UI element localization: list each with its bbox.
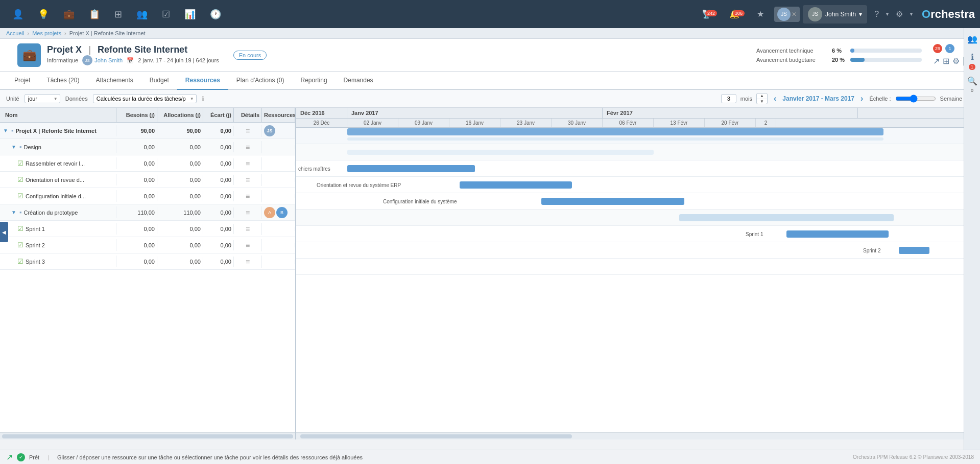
row-3-details[interactable]: ≡	[234, 174, 262, 186]
months-down[interactable]: ▼	[757, 99, 767, 104]
info-icon[interactable]: ℹ	[202, 95, 204, 103]
bell-notification[interactable]: 🔔 306	[722, 9, 747, 19]
row-3-besoins: 0,00	[116, 175, 157, 185]
star-icon[interactable]: ★	[750, 9, 771, 19]
nav-check-icon[interactable]: ☑	[155, 9, 177, 20]
row-5-details[interactable]: ≡	[234, 206, 262, 219]
project-manager-link[interactable]: John Smith	[94, 57, 123, 63]
row-1-menu-icon[interactable]: ≡	[246, 143, 250, 151]
range-prev-button[interactable]: ‹	[772, 94, 778, 103]
gantt-bar-0-sub[interactable]	[347, 137, 883, 141]
gantt-bar-5[interactable]	[679, 214, 894, 221]
unite-select[interactable]: jour semaine mois	[25, 94, 60, 103]
share-icon[interactable]: ↗	[933, 56, 940, 66]
row-5-menu-icon[interactable]: ≡	[246, 208, 250, 217]
gantt-week-02jan: 02 Janv	[347, 119, 398, 127]
gantt-bar-6[interactable]	[786, 230, 889, 238]
gantt-week-09jan: 09 Janv	[398, 119, 449, 127]
nav-chart-icon[interactable]: 📊	[177, 9, 203, 20]
gantt-month-dec: Déc 2016	[296, 108, 347, 118]
row-5-expand[interactable]: ▼	[11, 210, 16, 215]
row-4-menu-icon[interactable]: ≡	[246, 192, 250, 200]
table-row: ☑ Orientation et revue d... 0,00 0,00 0,…	[0, 172, 295, 188]
username-label: John Smith	[825, 11, 856, 18]
nav-briefcase-icon[interactable]: 💼	[56, 9, 82, 20]
nav-clock-icon[interactable]: 🕐	[203, 9, 228, 20]
months-up[interactable]: ▲	[757, 94, 767, 99]
row-8-name: ☑ Sprint 3	[0, 256, 116, 267]
unite-select-wrap[interactable]: jour semaine mois	[25, 94, 60, 103]
nav-clipboard-icon[interactable]: 📋	[82, 9, 107, 20]
gantt-bar-3[interactable]	[460, 181, 572, 189]
gantt-months-row: Déc 2016 Janv 2017 Févr 2017	[296, 108, 980, 119]
row-7-ecart: 0,00	[203, 240, 234, 250]
tab-taches[interactable]: Tâches (20)	[38, 72, 87, 90]
help-button[interactable]: ?	[870, 8, 883, 21]
nav-idea-icon[interactable]: 💡	[31, 9, 56, 20]
gantt-bar-2[interactable]	[347, 165, 475, 172]
tab-ressources[interactable]: Ressources	[177, 72, 228, 90]
status-badge[interactable]: En cours	[233, 51, 267, 60]
row-0-expand[interactable]: ▼	[3, 128, 8, 133]
row-2-besoins: 0,00	[116, 158, 157, 169]
nav-hierarchy-icon[interactable]: ⊞	[107, 9, 129, 20]
nav-people-icon[interactable]: 👥	[129, 9, 155, 20]
tab-demandes[interactable]: Demandes	[336, 72, 381, 90]
alert-badge[interactable]: 29	[933, 44, 942, 53]
row-2-ecart: 0,00	[203, 158, 234, 169]
row-7-menu-icon[interactable]: ≡	[246, 241, 250, 249]
table-row: ▼ ▪ Design 0,00 0,00 0,00 ≡	[0, 139, 295, 155]
right-hscrollbar[interactable]	[300, 434, 572, 438]
donnees-select-wrap[interactable]: Calculées sur la durée des tâches/p	[93, 94, 197, 103]
row-8-label: Sprint 3	[26, 259, 45, 265]
collapse-sidebar-button[interactable]: ◀	[0, 222, 8, 242]
tab-projet[interactable]: Projet	[6, 72, 38, 90]
gantt-bar-0-main[interactable]	[347, 128, 883, 135]
donnees-select[interactable]: Calculées sur la durée des tâches/p	[93, 94, 197, 103]
breadcrumb-accueil[interactable]: Accueil	[6, 30, 24, 36]
range-next-button[interactable]: ›	[858, 94, 865, 103]
row-8-menu-icon[interactable]: ≡	[246, 258, 250, 266]
user-menu-button[interactable]: JS John Smith ▾	[803, 5, 867, 24]
status-badge-wrapper[interactable]: En cours	[233, 52, 267, 59]
row-2-details[interactable]: ≡	[234, 157, 262, 170]
nav-user-icon[interactable]: 👤	[5, 9, 31, 20]
gantt-bar-1[interactable]	[347, 150, 654, 155]
comment-badge[interactable]: 1	[945, 44, 954, 53]
row-3-task-icon: ☑	[17, 176, 23, 183]
scale-slider[interactable]	[895, 95, 936, 103]
close-avatar-icon[interactable]: ✕	[792, 11, 797, 18]
row-1-expand[interactable]: ▼	[11, 144, 16, 150]
months-stepper[interactable]: ▲ ▼	[756, 93, 768, 104]
row-0-details[interactable]: ≡	[234, 125, 262, 137]
gantt-bar-4[interactable]	[541, 198, 684, 205]
row-2-name: ☑ Rassembler et revoir l...	[0, 157, 116, 169]
row-8-details[interactable]: ≡	[234, 256, 262, 268]
row-1-details[interactable]: ≡	[234, 141, 262, 153]
tab-budget[interactable]: Budget	[141, 72, 177, 90]
sidebar-zoom-icon[interactable]: 🔍	[965, 74, 979, 88]
row-2-menu-icon[interactable]: ≡	[246, 159, 250, 168]
row-0-menu-icon[interactable]: ≡	[246, 127, 250, 135]
sidebar-people-icon[interactable]: 👥	[965, 32, 979, 46]
row-8-besoins: 0,00	[116, 257, 157, 267]
gantt-bar-7[interactable]	[899, 247, 929, 254]
row-4-details[interactable]: ≡	[234, 190, 262, 202]
tab-plan-actions[interactable]: Plan d'Actions (0)	[228, 72, 293, 90]
tab-reporting[interactable]: Reporting	[293, 72, 336, 90]
row-6-details[interactable]: ≡	[234, 223, 262, 235]
months-label: mois	[740, 96, 752, 102]
months-input[interactable]	[721, 94, 736, 103]
row-6-menu-icon[interactable]: ≡	[246, 225, 250, 233]
expand-icon[interactable]: ⊞	[943, 56, 949, 66]
breadcrumb-mes-projets[interactable]: Mes projets	[32, 30, 61, 36]
project-settings-icon[interactable]: ⚙	[952, 56, 960, 66]
row-3-menu-icon[interactable]: ≡	[246, 176, 250, 184]
tab-attachements[interactable]: Attachements	[87, 72, 141, 90]
rss-notification[interactable]: 📡 242	[695, 9, 719, 19]
gantt-weeks-row: 26 Déc 02 Janv 09 Janv 16 Janv 23 Janv 3…	[296, 119, 980, 127]
row-7-details[interactable]: ≡	[234, 239, 262, 251]
sidebar-info-icon[interactable]: ℹ	[969, 50, 976, 64]
settings-button[interactable]: ⚙	[892, 7, 907, 21]
left-hscrollbar[interactable]	[2, 434, 293, 438]
